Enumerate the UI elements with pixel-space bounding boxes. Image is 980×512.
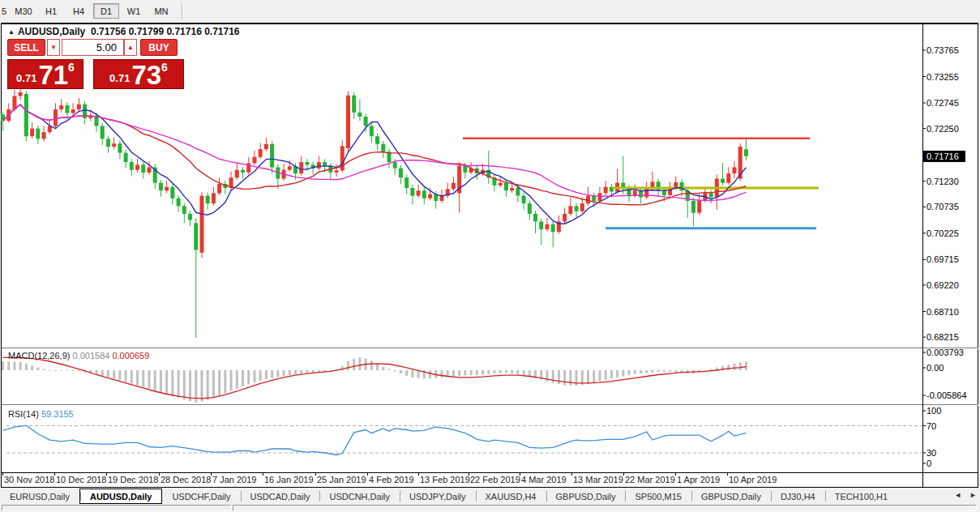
price-axis-label: 0.72250 xyxy=(927,124,959,134)
date-axis-label: 22 Mar 2019 xyxy=(625,475,675,484)
macd-axis-label: 0.00 xyxy=(927,363,944,373)
chevron-up-icon: ▲ xyxy=(127,44,134,51)
status-bar xyxy=(0,504,980,512)
timeframe-button-5[interactable]: 5 xyxy=(1,3,9,19)
rsi-title-label: RSI(14) xyxy=(8,409,39,419)
date-axis-label: 30 Nov 2018 xyxy=(4,475,54,484)
chart-tab-audusd-daily[interactable]: AUDUSD,Daily xyxy=(79,489,162,504)
price-axis-label: 0.71230 xyxy=(927,177,959,186)
chart-tab-bar: EURUSD,DailyAUDUSD,DailyUSDCHF,DailyUSDC… xyxy=(0,489,980,504)
one-click-trading-panel: SELL ▼ 5.00 ▲ BUY 0.71 71 6 0.71 73 6 xyxy=(7,39,186,89)
date-axis-label: 4 Mar 2019 xyxy=(521,475,567,484)
buy-price-big: 73 xyxy=(131,63,161,87)
expand-indicator-icon[interactable]: ▲ xyxy=(8,28,15,36)
timeframe-toolbar: 5M30H1H4D1W1MN xyxy=(0,0,980,22)
timeframe-button-M30[interactable]: M30 xyxy=(11,3,36,19)
current-price-label: 0.71716 xyxy=(923,151,965,162)
timeframe-button-W1[interactable]: W1 xyxy=(121,3,147,19)
chevron-down-icon: ▼ xyxy=(50,44,57,51)
timeframe-button-D1[interactable]: D1 xyxy=(93,3,119,19)
price-axis-label: 0.73255 xyxy=(927,72,959,82)
chart-symbol-label: AUDUSD,Daily xyxy=(18,26,85,37)
date-axis-label: 28 Dec 2018 xyxy=(160,475,211,484)
date-axis-label: 13 Feb 2019 xyxy=(420,475,470,484)
timeframe-button-MN[interactable]: MN xyxy=(148,3,174,19)
buy-price-prefix: 0.71 xyxy=(109,72,130,84)
sell-price-sup: 6 xyxy=(68,61,75,74)
chart-tab-dj30-h4[interactable]: DJ30,H4 xyxy=(771,489,825,504)
date-axis-label: 7 Jan 2019 xyxy=(212,475,256,484)
rsi-axis-label: 100 xyxy=(927,406,941,416)
tab-scroll-left-button[interactable]: ◄ xyxy=(954,491,961,499)
price-axis-label: 0.73765 xyxy=(927,45,959,55)
timeframe-button-H1[interactable]: H1 xyxy=(38,3,64,19)
macd-axis-label: -0.005864 xyxy=(927,390,967,400)
chart-tab-xauusd-h4[interactable]: XAUUSD,H4 xyxy=(476,489,546,504)
timeframe-button-H4[interactable]: H4 xyxy=(66,3,92,19)
macd-signal-value: 0.000659 xyxy=(112,351,149,361)
chart-tab-gbpusd-daily[interactable]: GBPUSD,Daily xyxy=(691,489,771,504)
date-axis-label: 22 Feb 2019 xyxy=(470,475,520,484)
chart-tab-usdcnh-daily[interactable]: USDCNH,Daily xyxy=(319,489,400,504)
date-axis-label: 16 Jan 2019 xyxy=(264,475,314,484)
ohlc-high: 0.71799 xyxy=(129,26,164,37)
sell-price-display[interactable]: 0.71 71 6 xyxy=(7,59,83,89)
macd-main-value: 0.001584 xyxy=(72,351,109,361)
chart-canvas[interactable] xyxy=(2,24,922,472)
rsi-axis-label: 30 xyxy=(927,448,936,458)
price-axis-label: 0.70735 xyxy=(927,202,959,211)
ohlc-close: 0.71716 xyxy=(204,26,239,37)
price-axis-label: 0.68710 xyxy=(927,307,959,317)
macd-title-label: MACD(12,26,9) xyxy=(8,351,70,361)
rsi-axis-label: 0 xyxy=(927,459,931,468)
date-axis-label: 19 Dec 2018 xyxy=(108,475,158,484)
volume-input[interactable]: 5.00 xyxy=(62,39,124,56)
date-axis-label: 25 Jan 2019 xyxy=(317,475,366,484)
buy-button[interactable]: BUY xyxy=(140,39,178,56)
rsi-value: 59.3155 xyxy=(41,409,74,419)
chart-tab-usdjpy-daily[interactable]: USDJPY,Daily xyxy=(400,489,476,504)
chart-tab-sp500-m15[interactable]: SP500,M15 xyxy=(625,489,691,504)
macd-axis-label: 0.003793 xyxy=(927,348,964,357)
buy-price-display[interactable]: 0.71 73 6 xyxy=(93,59,184,89)
date-axis-label: 4 Feb 2019 xyxy=(369,475,414,484)
tab-scroll-right-button[interactable]: ► xyxy=(969,491,977,499)
price-axis-label: 0.68215 xyxy=(927,332,959,342)
date-axis-label: 10 Apr 2019 xyxy=(729,475,777,484)
date-axis-label: 1 Apr 2019 xyxy=(677,475,720,484)
sell-button[interactable]: SELL xyxy=(7,39,45,56)
rsi-axis-label: 70 xyxy=(927,421,936,431)
price-axis-label: 0.69715 xyxy=(927,254,959,264)
status-cell-right xyxy=(233,505,977,511)
price-axis-label: 0.69220 xyxy=(927,280,959,290)
buy-price-sup: 6 xyxy=(161,61,168,74)
chart-tab-eurusd-daily[interactable]: EURUSD,Daily xyxy=(0,489,79,504)
toolbar-separator xyxy=(182,3,183,19)
chart-tab-tech100-h1[interactable]: TECH100,H1 xyxy=(825,489,897,504)
volume-decrease-button[interactable]: ▼ xyxy=(47,39,60,56)
price-axis-label: 0.70225 xyxy=(927,228,959,238)
sell-price-big: 71 xyxy=(38,63,68,87)
tab-scroll-arrows: ◄ ► xyxy=(954,491,977,499)
status-cell-left xyxy=(2,505,231,511)
chart-tab-usdcad-daily[interactable]: USDCAD,Daily xyxy=(241,489,320,504)
price-axis-label: 0.72745 xyxy=(927,98,959,108)
sell-price-prefix: 0.71 xyxy=(16,72,36,84)
date-axis-label: 13 Mar 2019 xyxy=(573,475,623,484)
macd-panel-title: MACD(12,26,9) 0.001584 0.000659 xyxy=(8,351,149,361)
chart-header: ▲AUDUSD,Daily 0.71756 0.71799 0.71716 0.… xyxy=(8,26,240,37)
rsi-panel-title: RSI(14) 59.3155 xyxy=(8,409,74,419)
ohlc-open: 0.71756 xyxy=(91,26,126,37)
date-axis-label: 10 Dec 2018 xyxy=(56,475,106,484)
chart-tab-gbpusd-daily[interactable]: GBPUSD,Daily xyxy=(546,489,626,504)
ohlc-low: 0.71716 xyxy=(166,26,201,37)
chart-tab-usdchf-daily[interactable]: USDCHF,Daily xyxy=(162,489,240,504)
volume-increase-button[interactable]: ▲ xyxy=(124,39,137,56)
